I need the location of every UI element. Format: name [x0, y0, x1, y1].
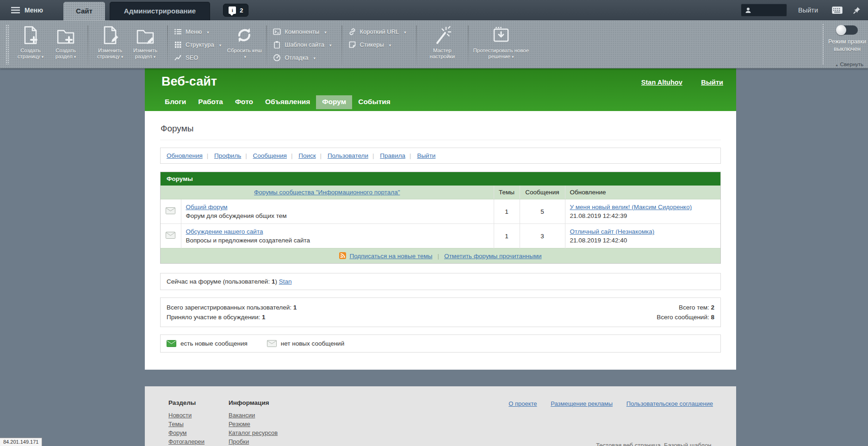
- create-page-button[interactable]: Создать страницу: [13, 23, 48, 60]
- page-add-icon: [20, 25, 41, 46]
- forum-group-link[interactable]: Форумы сообщества "Информационного порта…: [254, 189, 400, 196]
- total-posts-value: 8: [711, 314, 714, 321]
- site-logout-link[interactable]: Выйти: [701, 79, 723, 86]
- edit-section-button[interactable]: Изменить раздел: [128, 23, 163, 60]
- column-header-update: Обновление: [565, 186, 720, 199]
- person-icon: [745, 7, 751, 13]
- setup-wizard-button[interactable]: Мастер настройки: [421, 23, 464, 60]
- stickers-dropdown[interactable]: Стикеры: [348, 41, 406, 49]
- site-title: Веб-сайт: [161, 74, 217, 89]
- footer-link-photogalleries[interactable]: Фотогалереи: [168, 439, 229, 445]
- nav-tab-blogs[interactable]: Блоги: [159, 95, 192, 109]
- site-footer: Разделы Новости Темы Форум Фотогалереи И…: [145, 386, 736, 446]
- footer-link-topics[interactable]: Темы: [168, 421, 229, 427]
- participated-value: 1: [262, 314, 266, 321]
- reset-cache-button[interactable]: Сбросить кеш: [227, 23, 262, 60]
- site-header: Веб-сайт Stan Altuhov Выйти Блоги Работа…: [145, 68, 736, 111]
- last-post-link[interactable]: Отличный сайт (Незнакомка): [570, 228, 655, 235]
- footer-link-forum[interactable]: Форум: [168, 430, 229, 436]
- topics-count: 1: [494, 224, 520, 248]
- hotkeys-keyboard-icon[interactable]: [832, 6, 843, 14]
- notifications-badge[interactable]: i 2: [223, 4, 248, 17]
- tab-site[interactable]: Сайт: [63, 2, 105, 20]
- hamburger-menu-icon[interactable]: [11, 7, 20, 13]
- toggle-knob: [836, 25, 846, 35]
- chevron-down-icon: [388, 41, 391, 48]
- collapse-toolbar-button[interactable]: Свернуть: [836, 62, 863, 67]
- folder-add-icon: [55, 25, 76, 46]
- test-solution-button[interactable]: Протестировать новое решение: [473, 23, 529, 60]
- nav-tab-forum[interactable]: Форум: [316, 95, 352, 109]
- forum-title-link[interactable]: Общий форум: [186, 204, 228, 211]
- chevron-down-icon: [205, 28, 209, 35]
- notification-count: 2: [240, 7, 243, 14]
- no-new-messages-icon: [166, 207, 175, 214]
- seo-chart-icon: [174, 54, 182, 62]
- toolbar-separator: [87, 25, 88, 65]
- posts-count: 5: [520, 199, 565, 224]
- forum-description: Вопросы и предложения создателей сайта: [186, 237, 489, 244]
- rss-icon: [339, 252, 346, 259]
- edit-mode-toggle[interactable]: [837, 25, 858, 35]
- mark-forums-read-link[interactable]: Отметить форумы прочитанными: [444, 253, 542, 260]
- tab-administration[interactable]: Администрирование: [110, 2, 210, 20]
- footer-link-vacancies[interactable]: Вакансии: [229, 412, 278, 418]
- forum-description: Форум для обсуждения общих тем: [186, 212, 489, 219]
- chevron-down-icon: [218, 41, 222, 48]
- topics-count: 1: [494, 199, 520, 224]
- nav-tab-ads[interactable]: Объявления: [259, 95, 316, 109]
- page-content: Форумы Обновления Профиль Сообщения Поис…: [145, 111, 736, 370]
- footer-link-news[interactable]: Новости: [168, 412, 229, 418]
- last-post-date: 21.08.2019 12:42:40: [570, 237, 716, 244]
- pin-icon[interactable]: [853, 6, 861, 14]
- edit-page-button[interactable]: Изменить страницу: [93, 23, 128, 60]
- components-dropdown[interactable]: Компоненты: [273, 28, 331, 36]
- menu-link-updates[interactable]: Обновления: [167, 152, 203, 159]
- legend-no-new-label: нет новых сообщений: [281, 340, 344, 347]
- structure-dropdown[interactable]: Структура: [174, 41, 221, 49]
- admin-menu-button[interactable]: Меню: [25, 6, 43, 14]
- chevron-down-icon: [152, 54, 156, 60]
- short-url-dropdown[interactable]: Короткий URL: [348, 28, 406, 36]
- menu-link-rules[interactable]: Правила: [380, 152, 405, 159]
- new-messages-icon: [167, 340, 176, 347]
- profile-link[interactable]: Stan Altuhov: [641, 79, 682, 86]
- footer-link-traffic[interactable]: Пробки: [229, 439, 278, 445]
- chevron-down-icon: [323, 28, 327, 35]
- debug-dropdown[interactable]: Отладка: [273, 54, 331, 62]
- menu-dropdown[interactable]: Меню: [174, 28, 221, 36]
- link-icon: [348, 28, 356, 36]
- create-section-button[interactable]: Создать раздел: [48, 23, 83, 60]
- nav-tab-work[interactable]: Работа: [192, 95, 229, 109]
- folder-edit-icon: [135, 25, 156, 46]
- toolbar-drag-handle[interactable]: [6, 25, 9, 64]
- admin-toolbar: Создать страницу Создать раздел Изменить…: [0, 20, 868, 68]
- footer-link-agreement[interactable]: Пользовательское соглашение: [626, 400, 713, 407]
- chevron-down-icon: [242, 54, 246, 60]
- online-user-link[interactable]: Stan: [279, 278, 292, 285]
- nav-tab-photo[interactable]: Фото: [229, 95, 259, 109]
- footer-link-about[interactable]: О проекте: [508, 400, 537, 407]
- site-template-dropdown[interactable]: Шаблон сайта: [273, 41, 331, 49]
- seo-button[interactable]: SEO: [174, 54, 221, 62]
- footer-link-advertising[interactable]: Размещение рекламы: [551, 400, 613, 407]
- footer-link-catalog[interactable]: Каталог ресурсов: [229, 430, 278, 436]
- nav-tab-events[interactable]: События: [352, 95, 397, 109]
- last-post-link[interactable]: У меня новый велик! (Максим Сидоренко): [570, 204, 692, 211]
- menu-link-users[interactable]: Пользователи: [328, 152, 368, 159]
- footer-link-resume[interactable]: Резюме: [229, 421, 278, 427]
- subscribe-new-topics-link[interactable]: Подписаться на новые темы: [349, 253, 432, 260]
- page-title: Форумы: [160, 111, 721, 140]
- menu-link-search[interactable]: Поиск: [298, 152, 316, 159]
- online-users-box: Сейчас на форуме (пользователей: 1) Stan: [160, 273, 721, 290]
- forum-title-link[interactable]: Обсуждение нашего сайта: [186, 228, 263, 235]
- menu-link-logout[interactable]: Выйти: [417, 152, 435, 159]
- magic-wand-icon: [432, 25, 453, 46]
- admin-topbar: Меню Сайт Администрирование i 2 Выйти: [0, 0, 868, 20]
- menu-link-profile[interactable]: Профиль: [214, 152, 241, 159]
- menu-link-messages[interactable]: Сообщения: [253, 152, 287, 159]
- forum-statistics-box: Всего зарегистрированных пользователей: …: [160, 297, 721, 327]
- footer-sections-title: Разделы: [168, 399, 229, 406]
- user-search-input[interactable]: [741, 4, 787, 17]
- topbar-logout-button[interactable]: Выйти: [798, 6, 818, 14]
